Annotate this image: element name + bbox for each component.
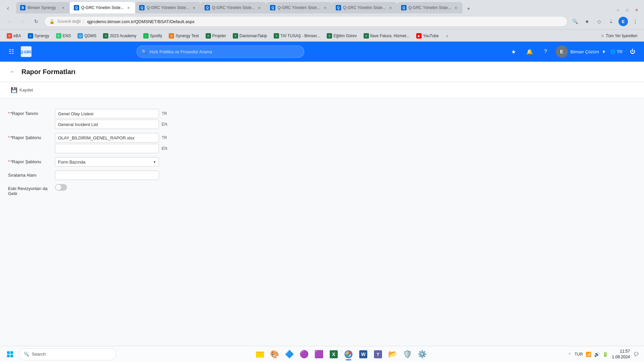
tab-close-2[interactable]: ✕ [126,5,131,10]
bookmark-spotify[interactable]: ♪ Spotify [141,32,165,40]
bookmark-star-icon[interactable]: ★ [582,17,592,26]
system-tray-expand[interactable]: ^ [569,352,571,356]
bookmark-2023academy[interactable]: X 2023 Academy [100,32,139,40]
tab-2[interactable]: Q Q-GRC Yönetim Siste... ✕ [70,2,135,13]
bookmark-egitim[interactable]: X Eğitim Görev [324,32,359,40]
taskbar-app-folders[interactable]: 📂 [386,348,399,361]
bookmark-projeler-label: Projeler [212,34,226,38]
bookmark-synergy[interactable]: S Synergy [25,32,52,40]
bookmarks-all[interactable]: ☆ Tüm Yer İşaretleri [598,32,640,40]
tab-4[interactable]: Q Q-GRC Yönetim Siste... ✕ [201,2,266,13]
back-navigation-button[interactable]: ← [8,67,17,76]
bookmark-qdms[interactable]: Q QDMS [75,32,99,40]
tab-close-4[interactable]: ✕ [257,5,262,10]
bookmark-synergy-test[interactable]: S Synergy Test [166,32,201,40]
ilave-favicon: X [364,33,369,39]
taskbar-app-paint[interactable]: 🎨 [268,348,281,361]
bookmark-eba[interactable]: e eBA [4,32,24,40]
taskbar: 🔍 Search 🎨 🔷 🟣 🟪 X W T 📂 [0,346,644,362]
save-icon: 💾 [11,87,17,93]
tab-5[interactable]: Q Q-GRC Yönetim Siste... ✕ [266,2,331,13]
reload-button[interactable]: ↻ [31,16,42,27]
save-label: Kaydet [19,87,33,93]
tab-close-6[interactable]: ✕ [388,5,393,10]
siralama-alani-input[interactable] [55,171,159,180]
download-icon[interactable]: ⇣ [606,17,616,26]
forward-button[interactable]: → [17,16,28,27]
taskbar-app-chrome[interactable] [342,348,355,361]
bookmark-ilave[interactable]: X İlave Fatura. Hizmet... [361,32,412,40]
start-button[interactable] [3,347,17,362]
lang-indicator: TUR [575,352,583,357]
taskbar-app-teams[interactable]: 🟣 [298,348,311,361]
zoom-icon[interactable]: 🔍 [570,17,580,26]
tab-close-3[interactable]: ✕ [191,5,197,10]
browser-frame: ‹ B Bimser Synergy ✕ Q Q-GRC Yönetim Sis… [0,0,644,362]
taskbar-app-onenote[interactable]: 🟪 [312,348,326,361]
back-button[interactable]: ← [4,16,15,27]
rapor-tanimi-tr-input[interactable] [55,109,159,118]
rapor-sablonu-en-input[interactable] [55,144,159,153]
profile-icon[interactable]: E [619,17,628,26]
rapor-sablonu-tr-input[interactable] [55,133,159,142]
new-tab-button[interactable]: + [464,4,473,13]
tab-back-btn[interactable]: ‹ [3,3,13,13]
address-bar-input[interactable]: 🔓 Güvenli değil qgrcdemo.bimser.com.tr/Q… [44,16,568,27]
user-profile[interactable]: E Bimser Çözüm ▼ [556,46,606,58]
taskbar-app-teams2[interactable]: T [371,348,385,361]
notifications-button[interactable]: 🔔 [524,46,536,58]
rapor-sablonu-type-inputs: Form Bazında [55,157,636,167]
bookmark-tai[interactable]: X TAİ TUSAŞ - Bimser... [271,32,323,40]
tab-7[interactable]: Q Q-GRC Yönetim Siste... ✕ [397,2,463,13]
notification-icon[interactable]: 💬 [634,352,639,356]
app-logo: ☷ Q:GRC [5,46,32,58]
taskbar-app-fileexplorer[interactable] [253,348,267,361]
bookmark-ens[interactable]: E ENS [53,32,74,40]
clock[interactable]: 11:57 1.08.2024 [612,349,630,360]
taskbar-app-settings[interactable]: ⚙️ [416,348,429,361]
tab-close-5[interactable]: ✕ [322,5,328,10]
svg-rect-2 [7,351,10,354]
rapor-tanimi-en-input[interactable] [55,120,159,129]
tab-controls-left: ‹ [0,3,16,13]
bookmark-projeler[interactable]: X Projeler [203,32,229,40]
language-selector[interactable]: 🌐 TR [610,49,623,54]
tab-6[interactable]: Q Q-GRC Yönetim Siste... ✕ [332,2,397,13]
tab-close-7[interactable]: ✕ [453,5,459,10]
tab-1[interactable]: B Bimser Synergy ✕ [16,2,70,13]
bookmark-danismantakip-label: DanismanTakip [239,34,267,38]
bookmarks-all-icon: ☆ [601,34,604,38]
taskbar-app-excel[interactable]: X [327,348,340,361]
tab-3[interactable]: Q Q-GRC Yönetim Siste... ✕ [135,2,201,13]
tab-close-1[interactable]: ✕ [60,5,66,10]
bookmark-eba-label: eBA [13,34,21,38]
security-label: Güvenli değil [57,19,84,24]
grid-menu-button[interactable]: ☷ [5,46,17,58]
help-button[interactable]: ? [540,46,552,58]
tabs-container: B Bimser Synergy ✕ Q Q-GRC Yönetim Siste… [16,2,463,13]
eski-revizyonlar-toggle[interactable] [55,184,67,191]
rapor-sablonu-type-select[interactable]: Form Bazında [55,157,159,167]
power-button[interactable]: ⏻ [627,46,639,58]
taskbar-app-word[interactable]: W [357,348,370,361]
bookmark-youtube[interactable]: ▶ YouTube [414,32,441,40]
bookmark-tai-label: TAİ TUSAŞ - Bimser... [280,34,320,38]
menu-icon[interactable]: ⋮ [631,17,640,26]
rapor-sablonu-inputs: TR EN [55,133,636,153]
synergy-test-favicon: S [169,33,174,39]
maximize-button[interactable]: □ [624,7,631,13]
bookmarks-more[interactable]: » [444,33,450,39]
save-button[interactable]: 💾 Kaydet [8,85,36,95]
minimize-button[interactable]: – [614,7,621,13]
tab-favicon-2: Q [74,5,79,10]
search-bar[interactable]: 🔍 Hızlı Politika ve Prosedür Arama [137,46,304,58]
bookmark-danismantakip[interactable]: X DanismanTakip [230,32,270,40]
favorites-button[interactable]: ★ [507,46,520,58]
taskbar-app-something[interactable]: 🔷 [283,348,296,361]
taskbar-search-bar[interactable]: 🔍 Search [19,348,116,360]
taskbar-app-shield[interactable]: 🛡️ [401,348,414,361]
close-button[interactable]: ✕ [633,7,640,13]
extension-icon[interactable]: ◇ [594,17,604,26]
ens-favicon: E [56,33,61,39]
bookmark-2023academy-label: 2023 Academy [110,34,136,38]
